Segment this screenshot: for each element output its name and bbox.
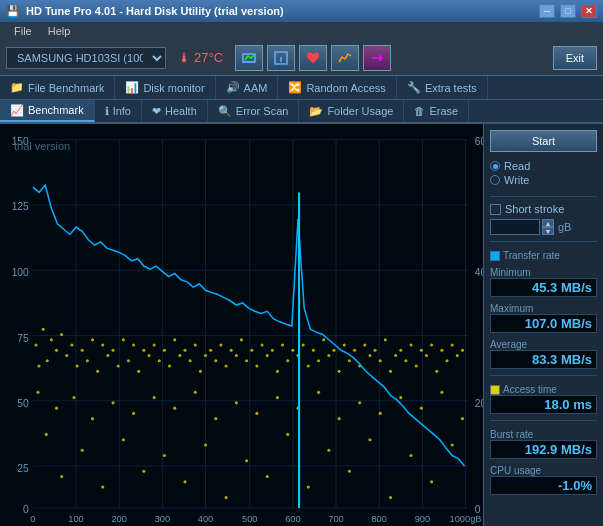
svg-text:25: 25 bbox=[17, 463, 29, 474]
close-button[interactable]: ✕ bbox=[581, 4, 597, 18]
toolbar-btn-1[interactable] bbox=[235, 45, 263, 71]
svg-point-170 bbox=[307, 485, 310, 488]
svg-point-62 bbox=[112, 349, 115, 352]
main-content: trial version 150 125 100 75 50 25 0 60 … bbox=[0, 124, 603, 526]
svg-point-160 bbox=[327, 449, 330, 452]
svg-point-48 bbox=[42, 328, 45, 331]
svg-point-75 bbox=[178, 354, 181, 357]
health-icon: ❤ bbox=[152, 105, 161, 118]
right-panel: Start Read Write Short stroke ▲ ▼ gB bbox=[483, 124, 603, 526]
read-write-group: Read Write bbox=[490, 156, 597, 190]
svg-point-107 bbox=[343, 343, 346, 346]
svg-point-64 bbox=[122, 338, 125, 341]
svg-point-70 bbox=[153, 343, 156, 346]
tab-info[interactable]: ℹ Info bbox=[95, 100, 142, 122]
toolbar-btn-3[interactable] bbox=[299, 45, 327, 71]
svg-point-73 bbox=[168, 364, 171, 367]
svg-point-88 bbox=[245, 359, 248, 362]
svg-point-82 bbox=[214, 359, 217, 362]
tab-random-access[interactable]: 🔀 Random Access bbox=[278, 76, 396, 99]
start-button[interactable]: Start bbox=[490, 130, 597, 152]
svg-point-136 bbox=[132, 412, 135, 415]
exit-button[interactable]: Exit bbox=[553, 46, 597, 70]
svg-point-134 bbox=[91, 417, 94, 420]
svg-point-161 bbox=[368, 438, 371, 441]
read-radio[interactable]: Read bbox=[490, 160, 597, 172]
svg-point-129 bbox=[456, 354, 459, 357]
minimize-button[interactable]: ─ bbox=[539, 4, 555, 18]
svg-text:500: 500 bbox=[242, 514, 257, 524]
maximum-label: Maximum bbox=[490, 303, 597, 314]
svg-point-153 bbox=[45, 433, 48, 436]
write-radio[interactable]: Write bbox=[490, 174, 597, 186]
spin-up[interactable]: ▲ bbox=[542, 219, 554, 227]
toolbar-btn-5[interactable] bbox=[363, 45, 391, 71]
access-time-label: Access time bbox=[490, 384, 597, 395]
svg-point-119 bbox=[404, 359, 407, 362]
svg-point-123 bbox=[425, 354, 428, 357]
average-value: 83.3 MB/s bbox=[490, 350, 597, 369]
svg-text:20: 20 bbox=[475, 398, 483, 409]
svg-point-102 bbox=[317, 359, 320, 362]
tab-erase[interactable]: 🗑 Erase bbox=[404, 100, 469, 122]
access-time-color bbox=[490, 385, 500, 395]
toolbar-btn-4[interactable] bbox=[331, 45, 359, 71]
toolbar: SAMSUNG HD103SI (1000 gB) 🌡 27°C Exit bbox=[0, 40, 603, 76]
svg-point-116 bbox=[389, 370, 392, 373]
toolbar-btn-2[interactable] bbox=[267, 45, 295, 71]
tab-benchmark[interactable]: 📈 Benchmark bbox=[0, 100, 95, 122]
svg-point-114 bbox=[379, 359, 382, 362]
tab-bar-primary: 📁 File Benchmark 📊 Disk monitor 🔊 AAM 🔀 … bbox=[0, 76, 603, 100]
folder-usage-icon: 📂 bbox=[309, 105, 323, 118]
svg-point-155 bbox=[122, 438, 125, 441]
svg-point-105 bbox=[332, 349, 335, 352]
cpu-usage-value: -1.0% bbox=[490, 476, 597, 495]
menu-help[interactable]: Help bbox=[40, 22, 79, 40]
tab-folder-usage[interactable]: 📂 Folder Usage bbox=[299, 100, 404, 122]
svg-text:100: 100 bbox=[68, 514, 83, 524]
tab-health[interactable]: ❤ Health bbox=[142, 100, 208, 122]
maximize-button[interactable]: □ bbox=[560, 4, 576, 18]
erase-icon: 🗑 bbox=[414, 105, 425, 117]
gb-input[interactable] bbox=[490, 219, 540, 235]
tab-file-benchmark[interactable]: 📁 File Benchmark bbox=[0, 76, 115, 99]
svg-point-57 bbox=[86, 359, 89, 362]
benchmark-icon: 📈 bbox=[10, 104, 24, 117]
menu-file[interactable]: File bbox=[6, 22, 40, 40]
svg-point-156 bbox=[163, 454, 166, 457]
drive-selector[interactable]: SAMSUNG HD103SI (1000 gB) bbox=[6, 47, 166, 69]
svg-point-147 bbox=[358, 401, 361, 404]
svg-point-90 bbox=[255, 364, 258, 367]
transfer-rate-label: Transfer rate bbox=[490, 250, 597, 261]
svg-point-128 bbox=[451, 343, 454, 346]
tab-aam[interactable]: 🔊 AAM bbox=[216, 76, 279, 99]
svg-point-172 bbox=[389, 496, 392, 499]
svg-point-150 bbox=[420, 407, 423, 410]
benchmark-chart: trial version 150 125 100 75 50 25 0 60 … bbox=[0, 124, 483, 526]
spin-down[interactable]: ▼ bbox=[542, 227, 554, 235]
random-access-icon: 🔀 bbox=[288, 81, 302, 94]
svg-point-93 bbox=[271, 349, 274, 352]
svg-point-87 bbox=[240, 338, 243, 341]
svg-point-95 bbox=[281, 343, 284, 346]
svg-point-145 bbox=[317, 391, 320, 394]
svg-point-83 bbox=[219, 343, 222, 346]
temperature-value: 27°C bbox=[194, 50, 223, 65]
tab-extra-tests[interactable]: 🔧 Extra tests bbox=[397, 76, 488, 99]
svg-point-101 bbox=[312, 349, 315, 352]
tab-disk-monitor[interactable]: 📊 Disk monitor bbox=[115, 76, 215, 99]
svg-point-133 bbox=[72, 396, 75, 399]
minimum-section: Minimum 45.3 MB/s bbox=[490, 267, 597, 297]
tab-error-scan[interactable]: 🔍 Error Scan bbox=[208, 100, 300, 122]
short-stroke-checkbox[interactable]: Short stroke bbox=[490, 203, 597, 215]
burst-rate-value: 192.9 MB/s bbox=[490, 440, 597, 459]
tab-bar-secondary: 📈 Benchmark ℹ Info ❤ Health 🔍 Error Scan… bbox=[0, 100, 603, 124]
access-time-section: Access time 18.0 ms bbox=[490, 384, 597, 414]
svg-point-99 bbox=[302, 343, 305, 346]
window-title: HD Tune Pro 4.01 - Hard Disk Utility (tr… bbox=[26, 5, 537, 17]
svg-point-115 bbox=[384, 338, 387, 341]
svg-point-85 bbox=[230, 349, 233, 352]
svg-point-56 bbox=[81, 349, 84, 352]
svg-text:75: 75 bbox=[17, 333, 29, 344]
svg-point-113 bbox=[374, 349, 377, 352]
